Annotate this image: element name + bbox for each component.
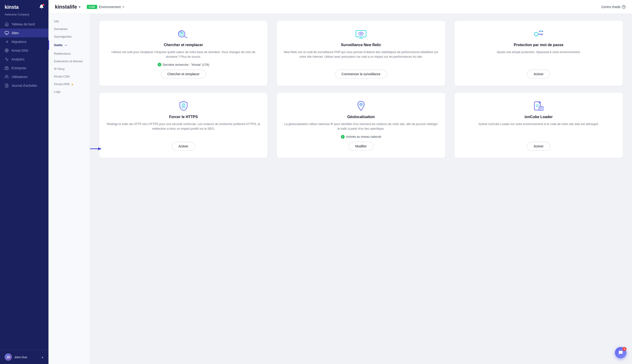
- sub-nav-info[interactable]: Info: [49, 18, 90, 25]
- tools-area: Chercher et remplacer Utilisez cet outil…: [90, 14, 632, 364]
- env-badge-wrap: LIVE Environnement ▾: [87, 5, 124, 9]
- status-dot-chercher: [158, 63, 161, 66]
- tool-card-geo: Géolocalisation La géolocalisation utili…: [277, 93, 445, 158]
- sidebar-item-journal-label: Journal d'activités: [12, 84, 37, 88]
- sub-nav-redirections[interactable]: Redirections: [49, 50, 90, 58]
- shield-lock-icon: [177, 100, 190, 112]
- sidebar-item-dashboard[interactable]: Tableau de bord: [0, 20, 49, 28]
- sub-nav-outils[interactable]: Outils ←: [49, 40, 90, 50]
- sub-nav-kinsta-cdn[interactable]: Kinsta CDN: [49, 73, 90, 80]
- user-info[interactable]: JD John Doe: [5, 354, 27, 361]
- sub-nav-kinsta-apm[interactable]: Kinsta APM ▲: [49, 80, 90, 88]
- svg-rect-5: [5, 67, 9, 70]
- svg-marker-32: [98, 148, 102, 150]
- tools-grid: Chercher et remplacer Utilisez cet outil…: [99, 21, 623, 158]
- tool-desc-password: Ajoute une simple protection .htpasswd à…: [497, 50, 580, 54]
- tool-title-relic: Surveillance New Relic: [341, 43, 381, 47]
- svg-rect-0: [5, 31, 9, 34]
- user-chevron-icon[interactable]: ▲: [41, 356, 44, 359]
- sidebar-item-sites-label: Sites: [12, 31, 19, 35]
- modifier-geo-button[interactable]: Modifier: [349, 142, 373, 151]
- svg-point-13: [181, 33, 182, 34]
- chat-icon: [618, 350, 623, 355]
- sub-nav-ip-deny[interactable]: IP Deny: [49, 65, 90, 73]
- svg-point-21: [534, 32, 538, 36]
- env-chevron-icon[interactable]: ▾: [123, 5, 124, 8]
- right-arrow-svg: [90, 146, 102, 152]
- ioncube-icon: [532, 100, 545, 112]
- tool-title-https: Forcer le HTTPS: [169, 115, 198, 119]
- site-name: kinstalife ▾: [55, 4, 80, 10]
- sub-nav-info-label: Info: [54, 20, 59, 23]
- sidebar-item-migrations-label: Migrations: [12, 40, 27, 44]
- svg-point-18: [361, 34, 361, 34]
- sub-nav-sauvegardes[interactable]: Sauvegardes: [49, 33, 90, 40]
- sub-sidebar: Info Domaines Sauvegardes Outils ← Redir…: [49, 14, 90, 364]
- sub-nav-redirections-label: Redirections: [54, 52, 71, 55]
- location-pin-icon: [354, 100, 368, 112]
- activer-https-button[interactable]: Activer: [172, 142, 195, 151]
- search-replace-icon: [177, 28, 190, 40]
- sub-nav-outils-label: Outils: [54, 43, 63, 47]
- migrations-icon: [5, 40, 9, 44]
- sidebar-header: kinsta: [0, 0, 49, 13]
- journal-icon: [5, 84, 9, 88]
- tool-card-chercher-remplacer: Chercher et remplacer Utilisez cet outil…: [99, 21, 268, 86]
- svg-text:✦: ✦: [542, 30, 544, 33]
- topbar: kinstalife ▾ LIVE Environnement ▾ Centre…: [49, 0, 632, 14]
- content-area: Info Domaines Sauvegardes Outils ← Redir…: [49, 14, 632, 364]
- help-link[interactable]: Centre d'aide: [601, 5, 625, 9]
- tool-desc-https: Redirige le trafic de HTTP vers HTTPS po…: [106, 122, 261, 131]
- site-dropdown-icon[interactable]: ▾: [79, 5, 80, 9]
- company-name: Awesome Company: [0, 13, 49, 20]
- sub-nav-domaines[interactable]: Domaines: [49, 25, 90, 33]
- tool-desc-ioncube: Activer ionCube Loader sur votre environ…: [478, 122, 599, 126]
- tool-status-geo: Activée au niveau national: [341, 135, 381, 139]
- status-dot-geo: [341, 135, 345, 139]
- enterprise-icon: [5, 66, 9, 70]
- users-icon: [5, 75, 9, 79]
- avatar: JD: [5, 354, 12, 361]
- user-name: John Doe: [14, 356, 27, 359]
- tool-desc-relic: New Relic est un outil de surveillance P…: [283, 50, 439, 59]
- sub-nav-ip-deny-label: IP Deny: [54, 67, 65, 70]
- sidebar-item-utilisateurs[interactable]: Utilisateurs: [0, 72, 49, 81]
- sidebar-item-analytics[interactable]: Analytics: [0, 55, 49, 64]
- sidebar-item-entreprise[interactable]: Entreprise: [0, 64, 49, 72]
- analytics-icon: [5, 57, 9, 61]
- sub-nav-extensions-label: Extensions et thèmes: [54, 60, 83, 63]
- site-name-text: kinstalife: [55, 4, 77, 10]
- activer-ioncube-button[interactable]: Activer: [527, 142, 550, 151]
- left-arrow-indicator: ←: [64, 42, 69, 48]
- svg-point-34: [183, 106, 184, 107]
- sidebar-item-entreprise-label: Entreprise: [12, 66, 26, 70]
- sidebar-item-kinsta-dns[interactable]: Kinsta DNS: [0, 46, 49, 55]
- tool-status-geo-text: Activée au niveau national: [346, 135, 381, 138]
- sub-nav-kinsta-cdn-label: Kinsta CDN: [54, 75, 70, 78]
- sidebar-item-utilisateurs-label: Utilisateurs: [12, 75, 28, 79]
- notification-bell[interactable]: [39, 4, 44, 10]
- sub-nav-domaines-label: Domaines: [54, 27, 68, 31]
- sub-nav-extensions[interactable]: Extensions et thèmes: [49, 58, 90, 65]
- sites-icon: [5, 31, 9, 35]
- chat-bubble[interactable]: 2: [615, 347, 626, 358]
- tool-title-password: Protection par mot de passe: [514, 43, 563, 47]
- notification-dot: [43, 4, 44, 6]
- chercher-remplacer-button[interactable]: Chercher et remplacer: [161, 70, 206, 78]
- svg-point-6: [6, 75, 7, 76]
- sidebar-item-journal[interactable]: Journal d'activités: [0, 81, 49, 90]
- sidebar-item-sites[interactable]: Sites: [0, 28, 49, 37]
- sidebar: kinsta Awesome Company Tableau de bord S…: [0, 0, 49, 364]
- activer-password-button[interactable]: Activer: [527, 70, 550, 78]
- tool-title-chercher: Chercher et remplacer: [164, 43, 203, 47]
- sub-nav-logs-label: Logs: [54, 90, 61, 94]
- commencer-surveillance-button[interactable]: Commencer la surveillance: [335, 70, 387, 78]
- tool-status-chercher-text: Dernière recherche : "Kinsta" (178): [163, 63, 209, 66]
- sidebar-item-migrations[interactable]: Migrations: [0, 37, 49, 46]
- eye-monitor-icon: [354, 28, 368, 40]
- sub-nav-sauvegardes-label: Sauvegardes: [54, 35, 72, 38]
- sidebar-item-analytics-label: Analytics: [12, 58, 25, 61]
- tool-card-https: Forcer le HTTPS Redirige le trafic de HT…: [99, 93, 268, 158]
- sub-nav-logs[interactable]: Logs: [49, 88, 90, 96]
- sidebar-nav: Tableau de bord Sites Migrations Kinsta …: [0, 20, 49, 350]
